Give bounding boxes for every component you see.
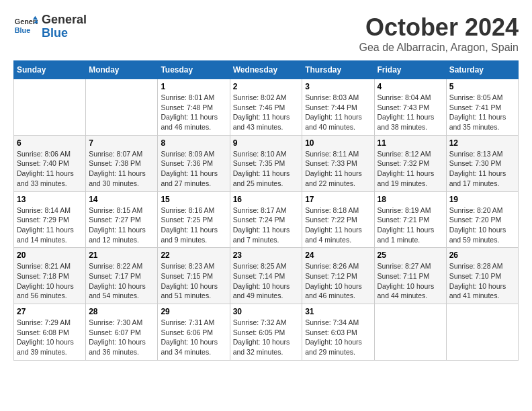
day-number: 16 xyxy=(233,195,300,204)
calendar-cell: 23Sunrise: 8:25 AM Sunset: 7:14 PM Dayli… xyxy=(230,248,302,304)
day-info: Sunrise: 8:17 AM Sunset: 7:24 PM Dayligh… xyxy=(233,205,300,245)
day-info: Sunrise: 7:34 AM Sunset: 6:03 PM Dayligh… xyxy=(305,318,371,357)
day-number: 10 xyxy=(305,138,371,148)
day-info: Sunrise: 8:11 AM Sunset: 7:33 PM Dayligh… xyxy=(305,149,371,189)
day-info: Sunrise: 8:07 AM Sunset: 7:38 PM Dayligh… xyxy=(89,149,154,189)
day-number: 9 xyxy=(233,138,300,148)
day-info: Sunrise: 8:14 AM Sunset: 7:29 PM Dayligh… xyxy=(17,205,83,245)
day-info: Sunrise: 8:27 AM Sunset: 7:11 PM Dayligh… xyxy=(378,261,443,301)
calendar-cell: 30Sunrise: 7:32 AM Sunset: 6:05 PM Dayli… xyxy=(230,304,302,361)
day-info: Sunrise: 8:20 AM Sunset: 7:20 PM Dayligh… xyxy=(449,205,515,245)
calendar-cell: 16Sunrise: 8:17 AM Sunset: 7:24 PM Dayli… xyxy=(230,191,302,248)
calendar-cell: 2Sunrise: 8:02 AM Sunset: 7:46 PM Daylig… xyxy=(230,79,302,136)
calendar-week-row: 20Sunrise: 8:21 AM Sunset: 7:18 PM Dayli… xyxy=(14,248,519,304)
day-number: 6 xyxy=(17,138,83,148)
calendar-cell: 24Sunrise: 8:26 AM Sunset: 7:12 PM Dayli… xyxy=(302,248,374,304)
day-number: 24 xyxy=(305,250,371,260)
day-info: Sunrise: 8:03 AM Sunset: 7:44 PM Dayligh… xyxy=(305,93,371,132)
calendar-cell: 4Sunrise: 8:04 AM Sunset: 7:43 PM Daylig… xyxy=(374,79,446,136)
calendar-cell xyxy=(86,79,158,136)
day-number: 27 xyxy=(17,307,83,316)
svg-text:Blue: Blue xyxy=(15,26,30,34)
day-header-friday: Friday xyxy=(374,61,446,79)
calendar-cell: 31Sunrise: 7:34 AM Sunset: 6:03 PM Dayli… xyxy=(302,304,374,361)
calendar-cell: 27Sunrise: 7:29 AM Sunset: 6:08 PM Dayli… xyxy=(14,304,86,361)
title-block: October 2024 Gea de Albarracin, Aragon, … xyxy=(359,13,519,54)
day-header-tuesday: Tuesday xyxy=(158,61,230,79)
day-number: 3 xyxy=(305,82,371,91)
day-info: Sunrise: 8:04 AM Sunset: 7:43 PM Dayligh… xyxy=(378,93,443,132)
day-info: Sunrise: 8:12 AM Sunset: 7:32 PM Dayligh… xyxy=(378,149,443,189)
calendar-cell: 29Sunrise: 7:31 AM Sunset: 6:06 PM Dayli… xyxy=(158,304,230,361)
calendar-cell: 13Sunrise: 8:14 AM Sunset: 7:29 PM Dayli… xyxy=(14,191,86,248)
calendar-cell: 15Sunrise: 8:16 AM Sunset: 7:25 PM Dayli… xyxy=(158,191,230,248)
calendar-cell: 19Sunrise: 8:20 AM Sunset: 7:20 PM Dayli… xyxy=(446,191,518,248)
day-number: 13 xyxy=(17,195,83,204)
day-number: 21 xyxy=(89,250,154,260)
calendar-cell: 14Sunrise: 8:15 AM Sunset: 7:27 PM Dayli… xyxy=(86,191,158,248)
day-info: Sunrise: 8:06 AM Sunset: 7:40 PM Dayligh… xyxy=(17,149,83,189)
day-info: Sunrise: 8:05 AM Sunset: 7:41 PM Dayligh… xyxy=(449,93,515,132)
day-info: Sunrise: 8:23 AM Sunset: 7:15 PM Dayligh… xyxy=(161,261,226,301)
day-number: 19 xyxy=(449,195,515,204)
calendar-cell: 17Sunrise: 8:18 AM Sunset: 7:22 PM Dayli… xyxy=(302,191,374,248)
day-info: Sunrise: 8:21 AM Sunset: 7:18 PM Dayligh… xyxy=(17,261,83,301)
calendar-week-row: 1Sunrise: 8:01 AM Sunset: 7:48 PM Daylig… xyxy=(14,79,519,136)
day-info: Sunrise: 8:22 AM Sunset: 7:17 PM Dayligh… xyxy=(89,261,154,301)
day-info: Sunrise: 8:01 AM Sunset: 7:48 PM Dayligh… xyxy=(161,93,226,132)
calendar-cell: 5Sunrise: 8:05 AM Sunset: 7:41 PM Daylig… xyxy=(446,79,518,136)
day-info: Sunrise: 8:19 AM Sunset: 7:21 PM Dayligh… xyxy=(378,205,443,245)
calendar-cell: 22Sunrise: 8:23 AM Sunset: 7:15 PM Dayli… xyxy=(158,248,230,304)
calendar-header-row: SundayMondayTuesdayWednesdayThursdayFrid… xyxy=(14,61,519,79)
day-number: 12 xyxy=(449,138,515,148)
day-number: 1 xyxy=(161,82,226,91)
day-header-wednesday: Wednesday xyxy=(230,61,302,79)
calendar-cell: 26Sunrise: 8:28 AM Sunset: 7:10 PM Dayli… xyxy=(446,248,518,304)
day-info: Sunrise: 8:15 AM Sunset: 7:27 PM Dayligh… xyxy=(89,205,154,245)
calendar-cell: 8Sunrise: 8:09 AM Sunset: 7:36 PM Daylig… xyxy=(158,135,230,191)
day-number: 7 xyxy=(89,138,154,148)
calendar-cell xyxy=(374,304,446,361)
calendar-cell: 7Sunrise: 8:07 AM Sunset: 7:38 PM Daylig… xyxy=(86,135,158,191)
day-number: 14 xyxy=(89,195,154,204)
day-number: 18 xyxy=(378,195,443,204)
day-number: 5 xyxy=(449,82,515,91)
calendar-week-row: 27Sunrise: 7:29 AM Sunset: 6:08 PM Dayli… xyxy=(14,304,519,361)
calendar-cell xyxy=(446,304,518,361)
day-info: Sunrise: 8:28 AM Sunset: 7:10 PM Dayligh… xyxy=(449,261,515,301)
day-info: Sunrise: 7:29 AM Sunset: 6:08 PM Dayligh… xyxy=(17,318,83,357)
day-number: 30 xyxy=(233,307,300,316)
calendar-cell: 3Sunrise: 8:03 AM Sunset: 7:44 PM Daylig… xyxy=(302,79,374,136)
calendar-cell: 18Sunrise: 8:19 AM Sunset: 7:21 PM Dayli… xyxy=(374,191,446,248)
logo-icon: General Blue xyxy=(13,15,38,39)
calendar-cell: 21Sunrise: 8:22 AM Sunset: 7:17 PM Dayli… xyxy=(86,248,158,304)
day-info: Sunrise: 8:09 AM Sunset: 7:36 PM Dayligh… xyxy=(161,149,226,189)
calendar-cell: 28Sunrise: 7:30 AM Sunset: 6:07 PM Dayli… xyxy=(86,304,158,361)
location: Gea de Albarracin, Aragon, Spain xyxy=(359,42,519,54)
calendar-cell xyxy=(14,79,86,136)
day-info: Sunrise: 8:18 AM Sunset: 7:22 PM Dayligh… xyxy=(305,205,371,245)
calendar-cell: 10Sunrise: 8:11 AM Sunset: 7:33 PM Dayli… xyxy=(302,135,374,191)
day-number: 31 xyxy=(305,307,371,316)
day-number: 2 xyxy=(233,82,300,91)
month-title: October 2024 xyxy=(359,13,519,42)
calendar-cell: 9Sunrise: 8:10 AM Sunset: 7:35 PM Daylig… xyxy=(230,135,302,191)
calendar-week-row: 6Sunrise: 8:06 AM Sunset: 7:40 PM Daylig… xyxy=(14,135,519,191)
calendar-cell: 11Sunrise: 8:12 AM Sunset: 7:32 PM Dayli… xyxy=(374,135,446,191)
day-header-monday: Monday xyxy=(86,61,158,79)
day-info: Sunrise: 7:30 AM Sunset: 6:07 PM Dayligh… xyxy=(89,318,154,357)
day-info: Sunrise: 8:25 AM Sunset: 7:14 PM Dayligh… xyxy=(233,261,300,301)
calendar-table: SundayMondayTuesdayWednesdayThursdayFrid… xyxy=(13,60,519,361)
day-header-saturday: Saturday xyxy=(446,61,518,79)
day-info: Sunrise: 8:10 AM Sunset: 7:35 PM Dayligh… xyxy=(233,149,300,189)
logo-text: General Blue xyxy=(42,13,87,40)
day-header-sunday: Sunday xyxy=(14,61,86,79)
calendar-week-row: 13Sunrise: 8:14 AM Sunset: 7:29 PM Dayli… xyxy=(14,191,519,248)
day-info: Sunrise: 8:02 AM Sunset: 7:46 PM Dayligh… xyxy=(233,93,300,132)
day-number: 26 xyxy=(449,250,515,260)
logo: General Blue General Blue xyxy=(13,13,87,40)
day-number: 4 xyxy=(378,82,443,91)
day-number: 28 xyxy=(89,307,154,316)
day-number: 23 xyxy=(233,250,300,260)
calendar-cell: 25Sunrise: 8:27 AM Sunset: 7:11 PM Dayli… xyxy=(374,248,446,304)
